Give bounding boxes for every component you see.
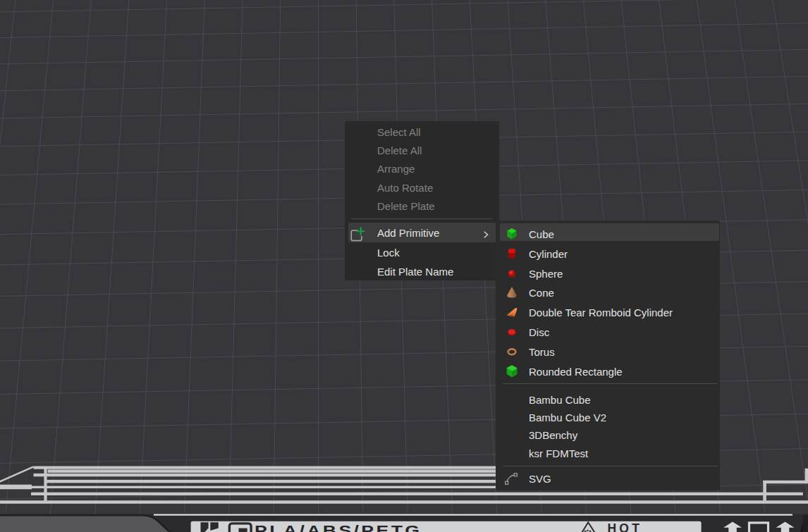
svg-text:PLA/ABS/PETG: PLA/ABS/PETG [255, 522, 422, 532]
svg-text:HOT: HOT [608, 521, 643, 532]
